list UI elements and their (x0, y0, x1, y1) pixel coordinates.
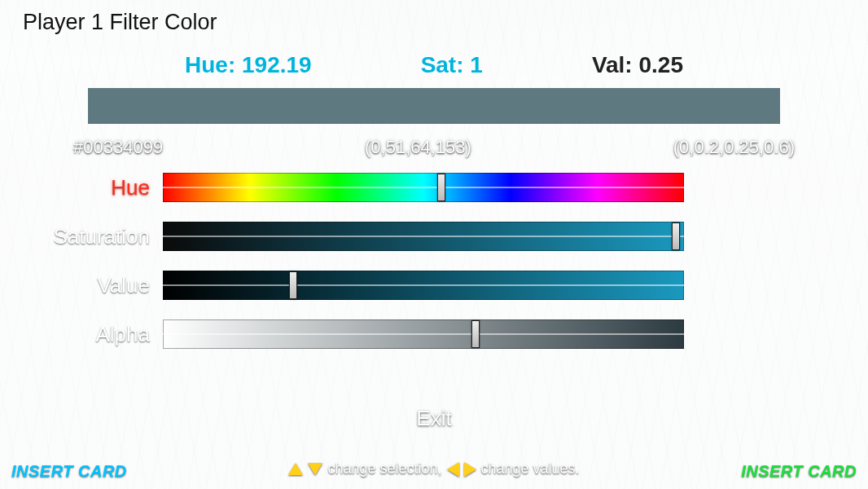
insert-card-p2: INSERT CARD (741, 462, 857, 481)
alpha-slider-handle[interactable] (471, 320, 480, 348)
summary-hue: Hue: 192.19 (185, 52, 312, 78)
summary-val: Val: 0.25 (592, 52, 683, 78)
summary-hue-value: 192.19 (242, 52, 312, 77)
format-hex: #00334099 (73, 137, 163, 158)
slider-row-hue[interactable]: Hue (0, 163, 868, 212)
slider-track-line (163, 236, 684, 237)
hint-text-2: change values. (481, 460, 580, 478)
dpad-up-icon (288, 463, 303, 475)
color-formats: #00334099 (0,51,64,153) (0,0.2,0.25,0.6) (73, 137, 795, 158)
hint-text-1: change selection, (327, 460, 441, 478)
slider-track-line (163, 187, 684, 188)
hue-slider-handle[interactable] (437, 174, 445, 201)
insert-card-p1: INSERT CARD (11, 462, 127, 481)
dpad-left-icon (447, 462, 459, 477)
summary-sat: Sat: 1 (421, 52, 483, 78)
hue-slider[interactable] (163, 173, 684, 202)
format-rgba255: (0,51,64,153) (365, 137, 471, 158)
dpad-down-icon (308, 463, 322, 475)
value-slider-handle[interactable] (289, 271, 297, 299)
summary-hue-label: Hue: (185, 52, 235, 77)
slider-label-hue: Hue (0, 175, 163, 200)
slider-label-saturation: Saturation (0, 224, 163, 249)
summary-sat-value: 1 (470, 52, 483, 77)
hsv-summary: Hue: 192.19 Sat: 1 Val: 0.25 (130, 52, 738, 78)
dpad-right-icon (464, 462, 476, 477)
alpha-slider[interactable] (163, 319, 684, 349)
saturation-slider[interactable] (163, 222, 684, 251)
exit-option[interactable]: Exit (0, 406, 868, 431)
slider-track-line (163, 284, 684, 286)
summary-sat-label: Sat: (421, 52, 464, 77)
slider-label-alpha: Alpha (0, 322, 163, 347)
controls-hint: change selection, change values. (0, 460, 868, 478)
slider-row-value[interactable]: Value (0, 261, 868, 310)
slider-track-line (163, 333, 684, 335)
slider-label-value: Value (0, 273, 163, 298)
format-rgba01: (0,0.2,0.25,0.6) (673, 137, 795, 158)
value-slider[interactable] (163, 271, 684, 300)
summary-val-label: Val: (592, 52, 633, 77)
slider-row-saturation[interactable]: Saturation (0, 212, 868, 261)
color-swatch (88, 88, 780, 124)
page-title: Player 1 Filter Color (23, 10, 217, 35)
summary-val-value: 0.25 (638, 52, 683, 77)
sliders: Hue Saturation Value Alpha (0, 163, 868, 359)
saturation-slider-handle[interactable] (672, 222, 680, 250)
slider-row-alpha[interactable]: Alpha (0, 310, 868, 359)
